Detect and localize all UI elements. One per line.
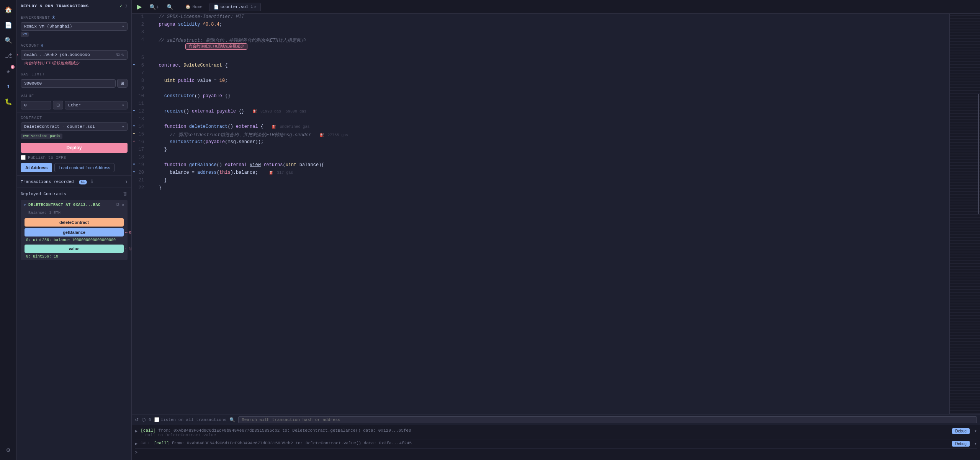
account-plus-icon[interactable]: ⊕ <box>41 43 44 48</box>
tab-home[interactable]: 🏠 Home <box>182 3 206 11</box>
icon-bar-home[interactable]: 🏠 <box>2 3 15 17</box>
code-line-15: ● 15 // 调用selfdestruct销毁合约，并把剩余的ETH转给msg… <box>132 131 949 139</box>
at-address-button[interactable]: At Address <box>21 163 52 172</box>
delete-contract-row: deleteContract <box>23 217 125 227</box>
line-num-14: 14 <box>136 124 150 129</box>
value-unit-select[interactable]: Ether Wei Gwei <box>65 101 128 109</box>
load-contract-button[interactable]: Load contract from Address <box>54 163 115 172</box>
minimap-content <box>950 14 980 414</box>
terminal-debug-btn-1[interactable]: Debug <box>952 428 969 434</box>
terminal-search-input[interactable] <box>238 416 977 423</box>
terminal-expand-icon-1[interactable]: ▾ <box>974 428 977 434</box>
code-line-16: ⚠ 16 selfdestruct(payable(msg.sender)); <box>132 139 949 147</box>
account-action-icons: ⧉ ✎ <box>116 52 124 58</box>
external-link-icon[interactable]: ✎ <box>121 52 124 58</box>
icon-bar-files[interactable]: 📄 <box>2 18 15 32</box>
terminal-clear-btn[interactable]: ↺ <box>135 417 139 422</box>
gas-limit-input-row: ⊞ <box>21 79 128 88</box>
gas-limit-btn[interactable]: ⊞ <box>117 79 128 88</box>
contract-select[interactable]: DeleteContract - counter.sol <box>21 122 128 131</box>
code-line-8: 8 uint public value = 10; <box>132 78 949 85</box>
transactions-title: Transactions recorded <box>21 179 74 184</box>
terminal-text-1: [call] from: 0xAb8483F64d9C6d1EcF9b849Ae… <box>141 428 949 437</box>
environment-select[interactable]: Remix VM (Shanghai) <box>21 22 128 31</box>
terminal-search-btn[interactable]: 🔍 <box>229 417 235 422</box>
line-num-22: 22 <box>136 185 150 191</box>
file-icon: 📄 <box>214 5 219 10</box>
code-line-9: 9 <box>132 85 949 93</box>
line-num-4: 4 <box>136 37 150 42</box>
deploy-button[interactable]: Deploy <box>21 143 128 153</box>
zoom-out-button[interactable]: 🔍− <box>164 3 178 11</box>
code-line-13: 13 <box>132 116 949 124</box>
gas-limit-input[interactable] <box>21 79 116 88</box>
tab-close-icon[interactable]: ✕ <box>254 5 257 9</box>
line-indicator-14: ● <box>132 124 136 127</box>
line-num-11: 11 <box>136 101 150 106</box>
at-address-row: At Address Load contract from Address <box>21 163 128 172</box>
sidebar-title: DEPLOY & RUN TRANSACTIONS <box>21 4 89 8</box>
terminal: ↺ ⬡ 0 listen on all transactions 🔍 ▶ [ca… <box>132 414 980 460</box>
editor-area: 1 // SPDX-License-Identifier: MIT 2 prag… <box>132 14 980 414</box>
scrollbar-thumb[interactable] <box>978 94 979 214</box>
deployed-contracts-section: Deployed Contracts 🗑 ▾ DELETECONTRACT AT… <box>17 188 131 460</box>
account-address: 0xAb8...35cb2 (98.99999999 <box>24 53 115 57</box>
code-line-14: ● 14 function deleteContract() external … <box>132 124 949 131</box>
terminal-debug-btn-2[interactable]: Debug <box>952 441 969 447</box>
line-indicator-20: ● <box>132 170 136 173</box>
icon-bar-plugin[interactable]: ◈ 1 <box>2 64 15 78</box>
run-button[interactable]: ▶ <box>135 2 144 11</box>
contract-select-wrapper: DeleteContract - counter.sol ▾ <box>21 122 128 131</box>
get-balance-row: ← getBalance返回当前合约的ETH余额 getBalance <box>23 227 125 237</box>
code-line-4: 4 // selfdestruct: 删除合约，并强制将合约剩余的ETH转入指定… <box>132 37 949 55</box>
trash-icon[interactable]: 🗑 <box>123 191 128 197</box>
arrow-left-icon2: ← <box>125 247 128 251</box>
terminal-stop-btn[interactable]: ⬡ <box>142 417 146 422</box>
line-num-5: 5 <box>136 55 150 60</box>
icon-bar-debug[interactable]: 🐛 <box>2 95 15 109</box>
terminal-expand-icon-2[interactable]: ▾ <box>974 441 977 447</box>
value-amount-input[interactable] <box>21 101 51 109</box>
contract-close-icon[interactable]: ✕ <box>122 202 124 208</box>
publish-ipfs-checkbox[interactable] <box>21 155 26 160</box>
delete-contract-button[interactable]: deleteContract <box>25 218 124 227</box>
transactions-info-icon[interactable]: ℹ <box>91 179 93 184</box>
line-num-20: 20 <box>136 170 150 175</box>
code-line-3: 3 <box>132 29 949 37</box>
zoom-in-button[interactable]: 🔍+ <box>147 3 161 11</box>
line-content-16: selfdestruct(payable(msg.sender)); <box>150 139 949 145</box>
icon-bar-deploy[interactable]: ⬆ <box>2 80 15 93</box>
line-num-18: 18 <box>136 155 150 160</box>
listen-checkbox[interactable] <box>154 417 159 422</box>
transactions-expand-icon[interactable]: ❯ <box>125 179 128 184</box>
line-num-3: 3 <box>136 29 150 35</box>
code-line-11: 11 <box>132 101 949 108</box>
line-content-20: balance = address(this).balance; ⛽ 317 g… <box>150 170 949 175</box>
line-content-15: // 调用selfdestruct销毁合约，并把剩余的ETH转给msg.send… <box>150 132 949 138</box>
line-num-13: 13 <box>136 116 150 122</box>
code-line-17: 17 } <box>132 147 949 154</box>
line-content-22: } <box>150 185 949 191</box>
terminal-chevron-1: ▶ <box>135 428 137 434</box>
line-content-12: receive() external payable {} ⛽ 81993 ga… <box>150 109 949 114</box>
get-balance-button[interactable]: getBalance <box>25 228 124 237</box>
get-balance-annotation: ← getBalance返回当前合约的ETH余额 <box>125 230 132 235</box>
copy-icon[interactable]: ⧉ <box>116 52 120 58</box>
value-button[interactable]: value <box>25 245 124 253</box>
line-indicator-16: ⚠ <box>132 139 136 143</box>
expand-icon[interactable]: ⟩ <box>125 3 128 9</box>
contract-deployed-name: DELETECONTRACT AT 0XA13...EAC <box>28 203 114 207</box>
tab-counter-sol[interactable]: 📄 counter.sol 1 ✕ <box>209 3 261 11</box>
contract-chevron-icon[interactable]: ▾ <box>24 203 26 207</box>
icon-bar-search[interactable]: 🔍 <box>2 34 15 47</box>
line-num-7: 7 <box>136 70 150 76</box>
line-num-6: 6 <box>136 63 150 68</box>
contract-copy-icon[interactable]: ⧉ <box>116 202 119 208</box>
code-line-12: ● 12 receive() external payable {} ⛽ 819… <box>132 108 949 116</box>
value-unit-btn[interactable]: ⊞ <box>53 101 63 109</box>
icon-bar-git[interactable]: ⎇ <box>2 49 15 63</box>
environment-info-icon[interactable]: 🛈 <box>52 15 56 20</box>
tab-label: counter.sol <box>221 5 249 9</box>
icon-bar-settings[interactable]: ⚙ <box>2 443 15 457</box>
contract-section: CONTRACT DeleteContract - counter.sol ▾ … <box>17 113 131 176</box>
